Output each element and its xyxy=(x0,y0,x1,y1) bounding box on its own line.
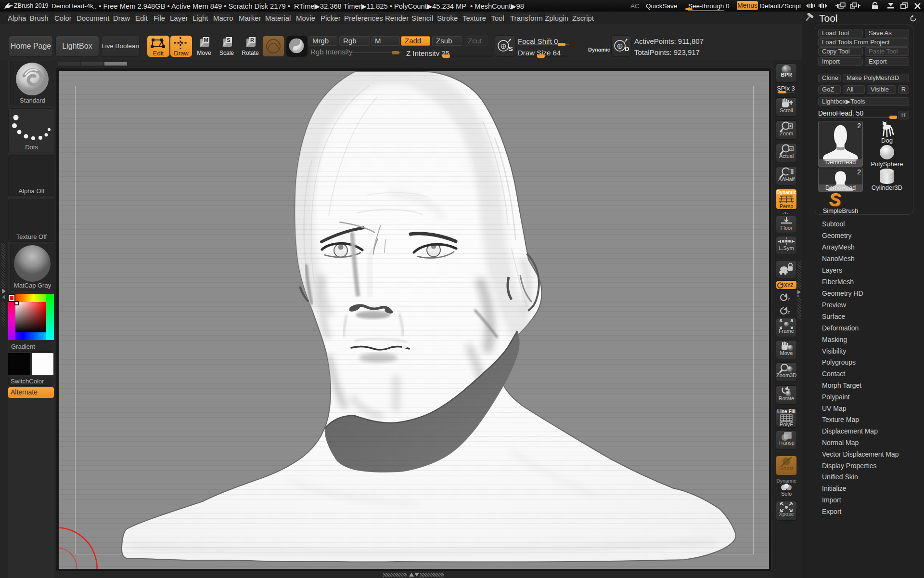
svg-text:⨁: ⨁ xyxy=(501,43,506,49)
svg-text:XYZ: XYZ xyxy=(784,283,793,288)
svg-text:S: S xyxy=(509,45,513,53)
svg-text:M: M xyxy=(204,37,208,43)
svg-text:Y: Y xyxy=(787,297,790,302)
svg-text:S: S xyxy=(227,37,230,43)
svg-text:D: D xyxy=(625,45,629,53)
svg-text:R: R xyxy=(250,37,254,43)
svg-text:x1: x1 xyxy=(789,147,793,151)
svg-text:Z: Z xyxy=(787,310,790,315)
svg-text:⨁: ⨁ xyxy=(617,43,623,49)
